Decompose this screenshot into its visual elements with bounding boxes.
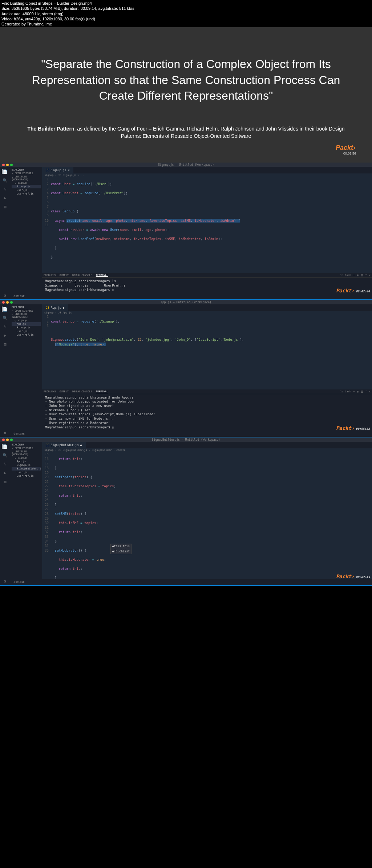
open-editors-section[interactable]: › OPEN EDITORS	[12, 172, 41, 175]
tab-debugconsole[interactable]: DEBUG CONSOLE	[72, 274, 92, 277]
git-icon[interactable]: ⑂	[3, 187, 8, 192]
meta-gen: Generated by Thumbnail me	[1, 21, 371, 27]
window-title: App.js — Untitled (Workspace)	[161, 301, 211, 304]
intellisense-hint[interactable]: ●this this	[110, 544, 132, 549]
maximize-icon[interactable]	[10, 301, 13, 304]
panel: PROBLEMS OUTPUT DEBUG CONSOLE TERMINAL 1…	[42, 273, 372, 293]
file-signup[interactable]: Signup.js	[12, 185, 41, 188]
terminal[interactable]: Magrathea:signup sachinbhatnagar$ ls Sig…	[42, 278, 372, 293]
extensions-icon[interactable]: ▧	[3, 204, 8, 209]
ffprobe-metadata: File: Building Object in Steps – Builder…	[0, 0, 372, 27]
code-editor[interactable]: 1234567891011 const User = require('./Us…	[42, 177, 372, 273]
gear-icon[interactable]: ⚙	[0, 293, 10, 299]
timestamp: 00:01:56	[343, 152, 357, 155]
search-icon[interactable]: 🔍	[3, 315, 8, 320]
term-shell[interactable]: 1: bash	[340, 274, 351, 277]
meta-video: Video: h264, yuv420p, 1920x1080, 30.00 f…	[1, 16, 371, 21]
source[interactable]: const User = require('./User'); const Us…	[51, 177, 372, 273]
git-icon[interactable]: ⑂	[3, 324, 8, 329]
titlebar: Signup.js — Untitled (Workspace)	[0, 163, 372, 167]
definition-text: The Builder Pattern, as defined by the G…	[23, 125, 349, 140]
tab-signupbuilder[interactable]: JS SignupBuilder.js ●	[42, 442, 86, 448]
file-app[interactable]: App.js	[12, 322, 41, 326]
tab-terminal[interactable]: TERMINAL	[96, 274, 108, 277]
editor-area: JS Signup.js × signup › JS Signup.js › .…	[42, 167, 372, 293]
meta-audio: Audio: aac, 48000 Hz, stereo (eng)	[1, 11, 371, 16]
packt-logo: Packt	[15, 143, 357, 152]
vscode-screenshot-1: Signup.js — Untitled (Workspace) 📄 🔍 ⑂ ▶…	[0, 163, 372, 300]
minimize-icon[interactable]	[6, 301, 9, 304]
activity-bar: 📄 🔍 ⑂ ▶ ▧	[0, 167, 10, 293]
intellisense-hint[interactable]: ●TouchList	[110, 549, 132, 554]
terminal[interactable]: Magrathea:signup sachinbhatnagar$ node A…	[42, 394, 372, 431]
search-icon[interactable]: 🔍	[3, 178, 8, 183]
breadcrumb[interactable]: signup › JS Signup.js › ...	[42, 173, 372, 177]
outline-section[interactable]: OUTLINE	[10, 293, 42, 299]
close-icon[interactable]	[2, 301, 5, 304]
term-trash-icon[interactable]: 🗑	[361, 274, 363, 277]
sidebar: EXPLORER › OPEN EDITORS ⌄ UNTITLED (WORK…	[10, 167, 42, 293]
tab-problems[interactable]: PROBLEMS	[44, 274, 56, 277]
workspace-section[interactable]: ⌄ UNTITLED (WORKSPACE)	[12, 175, 41, 181]
term-add-icon[interactable]: +	[353, 274, 355, 277]
debug-icon[interactable]: ▶	[3, 333, 8, 338]
explorer-icon[interactable]: 📄	[2, 169, 7, 174]
meta-file: File: Building Object in Steps – Builder…	[1, 1, 371, 6]
minimize-icon[interactable]	[6, 164, 9, 166]
gear-icon[interactable]: ⚙	[0, 579, 10, 585]
term-max-icon[interactable]: ^	[365, 274, 367, 277]
folder[interactable]: ⌄ signup	[12, 181, 41, 184]
window-title: Signup.js — Untitled (Workspace)	[158, 163, 214, 167]
title-slide: "Separate the Construction of a Complex …	[0, 27, 372, 163]
vscode-screenshot-3: SignupBuilder.js — Untitled (Workspace) …	[0, 437, 372, 586]
debug-icon[interactable]: ▶	[3, 195, 8, 200]
explorer-header: EXPLORER	[12, 168, 41, 171]
gear-icon[interactable]: ⚙	[0, 431, 10, 437]
explorer-icon[interactable]: 📄	[2, 307, 7, 312]
tab-bar: JS Signup.js ×	[42, 167, 372, 173]
panel-tabs: PROBLEMS OUTPUT DEBUG CONSOLE TERMINAL 1…	[42, 273, 372, 278]
packt-logo: Packt›00:02:44	[336, 288, 370, 293]
maximize-icon[interactable]	[10, 164, 13, 166]
term-close-icon[interactable]: ×	[369, 274, 371, 277]
file-userpref[interactable]: UserPref.js	[12, 192, 41, 196]
term-split-icon[interactable]: ▥	[357, 274, 358, 277]
quote-text: "Separate the Construction of a Complex …	[19, 56, 353, 104]
tab-app[interactable]: JS App.js ●	[42, 304, 68, 311]
tab-signup[interactable]: JS Signup.js ×	[42, 167, 73, 173]
extensions-icon[interactable]: ▧	[3, 341, 8, 347]
file-user[interactable]: User.js	[12, 188, 41, 192]
close-icon[interactable]	[2, 164, 5, 166]
meta-size: Size: 35381635 bytes (33.74 MiB), durati…	[1, 6, 371, 11]
gutter: 1234567891011	[42, 177, 51, 273]
vscode-screenshot-2: App.js — Untitled (Workspace) 📄🔍⑂▶▧ EXPL…	[0, 300, 372, 437]
tab-output[interactable]: OUTPUT	[60, 274, 69, 277]
